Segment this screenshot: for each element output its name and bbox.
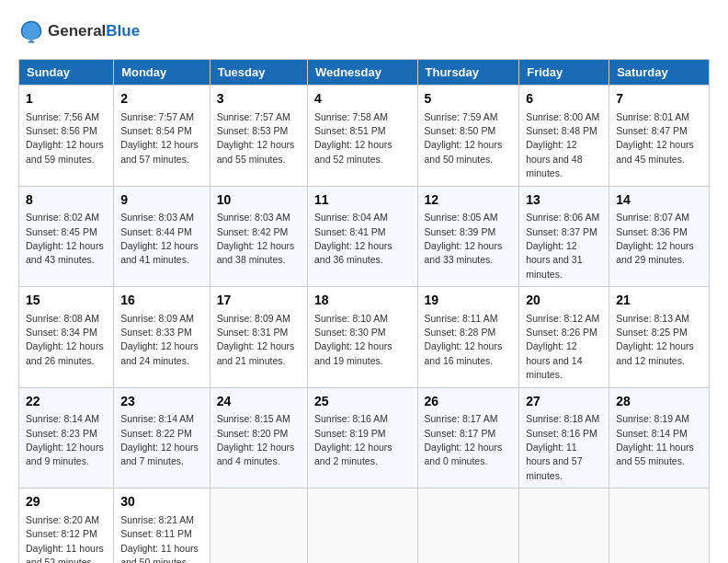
- day-sunrise: Sunrise: 8:19 AM: [616, 413, 689, 424]
- day-daylight: Daylight: 12 hours and 33 minutes.: [425, 240, 503, 265]
- day-sunset: Sunset: 8:37 PM: [526, 226, 597, 237]
- day-sunset: Sunset: 8:25 PM: [616, 327, 688, 338]
- day-sunrise: Sunrise: 7:56 AM: [26, 111, 99, 122]
- calendar-day-cell: 14 Sunrise: 8:07 AM Sunset: 8:36 PM Dayl…: [609, 186, 710, 287]
- day-daylight: Daylight: 12 hours and 19 minutes.: [314, 340, 392, 365]
- day-number: 2: [120, 90, 203, 109]
- day-daylight: Daylight: 12 hours and 43 minutes.: [26, 240, 104, 265]
- day-number: 26: [425, 393, 513, 411]
- day-sunrise: Sunrise: 8:10 AM: [314, 313, 388, 324]
- day-sunrise: Sunrise: 8:04 AM: [314, 212, 388, 223]
- day-sunrise: Sunrise: 8:06 AM: [526, 212, 599, 223]
- calendar-day-cell: 2 Sunrise: 7:57 AM Sunset: 8:54 PM Dayli…: [114, 86, 210, 187]
- day-number: 14: [616, 191, 702, 210]
- day-daylight: Daylight: 12 hours and 48 minutes.: [526, 139, 582, 178]
- day-daylight: Daylight: 12 hours and 0 minutes.: [425, 442, 503, 466]
- calendar-day-cell: 23 Sunrise: 8:14 AM Sunset: 8:22 PM Dayl…: [114, 387, 210, 488]
- calendar-week-row: 15 Sunrise: 8:08 AM Sunset: 8:34 PM Dayl…: [19, 287, 710, 388]
- day-number: 30: [120, 493, 203, 511]
- day-number: 20: [526, 292, 602, 310]
- day-sunrise: Sunrise: 8:01 AM: [616, 111, 689, 122]
- calendar-day-cell: 26 Sunrise: 8:17 AM Sunset: 8:17 PM Dayl…: [417, 387, 519, 488]
- day-daylight: Daylight: 12 hours and 21 minutes.: [217, 340, 295, 365]
- day-header-monday: Monday: [114, 60, 210, 86]
- day-daylight: Daylight: 12 hours and 24 minutes.: [120, 340, 199, 365]
- calendar-header-row: SundayMondayTuesdayWednesdayThursdayFrid…: [19, 60, 710, 86]
- day-number: 11: [314, 191, 411, 210]
- day-daylight: Daylight: 12 hours and 36 minutes.: [314, 240, 392, 265]
- day-sunset: Sunset: 8:16 PM: [526, 428, 597, 439]
- day-sunset: Sunset: 8:12 PM: [26, 528, 97, 539]
- day-sunset: Sunset: 8:51 PM: [314, 125, 386, 136]
- day-sunrise: Sunrise: 7:57 AM: [120, 111, 194, 122]
- day-number: 1: [26, 90, 107, 109]
- day-daylight: Daylight: 12 hours and 12 minutes.: [616, 340, 694, 365]
- logo: GeneralBlue: [18, 18, 140, 44]
- calendar-day-cell: [307, 488, 417, 563]
- day-sunset: Sunset: 8:45 PM: [26, 226, 97, 237]
- day-sunrise: Sunrise: 8:16 AM: [314, 413, 388, 424]
- calendar-day-cell: 22 Sunrise: 8:14 AM Sunset: 8:23 PM Dayl…: [19, 387, 114, 488]
- calendar-week-row: 29 Sunrise: 8:20 AM Sunset: 8:12 PM Dayl…: [19, 488, 710, 563]
- day-sunset: Sunset: 8:17 PM: [425, 428, 496, 439]
- calendar-day-cell: 27 Sunrise: 8:18 AM Sunset: 8:16 PM Dayl…: [519, 387, 609, 488]
- day-header-sunday: Sunday: [19, 60, 114, 86]
- day-daylight: Daylight: 12 hours and 4 minutes.: [217, 442, 295, 466]
- day-header-friday: Friday: [519, 60, 609, 86]
- day-sunrise: Sunrise: 8:21 AM: [120, 514, 194, 525]
- day-number: 23: [120, 393, 203, 411]
- day-sunset: Sunset: 8:31 PM: [217, 327, 289, 338]
- calendar-day-cell: 4 Sunrise: 7:58 AM Sunset: 8:51 PM Dayli…: [307, 86, 417, 187]
- calendar-week-row: 1 Sunrise: 7:56 AM Sunset: 8:56 PM Dayli…: [19, 86, 710, 187]
- calendar-day-cell: 13 Sunrise: 8:06 AM Sunset: 8:37 PM Dayl…: [519, 186, 609, 287]
- calendar-table: SundayMondayTuesdayWednesdayThursdayFrid…: [18, 59, 710, 563]
- day-sunrise: Sunrise: 8:20 AM: [26, 514, 99, 525]
- calendar-day-cell: 10 Sunrise: 8:03 AM Sunset: 8:42 PM Dayl…: [210, 186, 307, 287]
- day-header-wednesday: Wednesday: [307, 60, 417, 86]
- day-number: 19: [425, 292, 513, 310]
- day-number: 5: [425, 90, 513, 109]
- day-sunset: Sunset: 8:28 PM: [425, 327, 496, 338]
- day-sunrise: Sunrise: 8:17 AM: [425, 413, 498, 424]
- day-sunset: Sunset: 8:44 PM: [120, 226, 192, 237]
- calendar-day-cell: 9 Sunrise: 8:03 AM Sunset: 8:44 PM Dayli…: [114, 186, 210, 287]
- day-sunrise: Sunrise: 8:14 AM: [26, 413, 99, 424]
- day-sunset: Sunset: 8:33 PM: [120, 327, 192, 338]
- calendar-day-cell: [519, 488, 609, 563]
- day-daylight: Daylight: 11 hours and 55 minutes.: [616, 442, 694, 466]
- calendar-day-cell: [417, 488, 519, 563]
- day-sunrise: Sunrise: 8:14 AM: [120, 413, 194, 424]
- calendar-day-cell: 3 Sunrise: 7:57 AM Sunset: 8:53 PM Dayli…: [210, 86, 307, 187]
- day-sunset: Sunset: 8:34 PM: [26, 327, 97, 338]
- day-header-tuesday: Tuesday: [210, 60, 307, 86]
- day-daylight: Daylight: 12 hours and 29 minutes.: [616, 240, 694, 265]
- day-daylight: Daylight: 12 hours and 45 minutes.: [616, 139, 694, 164]
- day-sunset: Sunset: 8:54 PM: [120, 125, 192, 136]
- day-number: 15: [26, 292, 107, 310]
- calendar-day-cell: 11 Sunrise: 8:04 AM Sunset: 8:41 PM Dayl…: [307, 186, 417, 287]
- day-sunset: Sunset: 8:23 PM: [26, 428, 97, 439]
- day-daylight: Daylight: 12 hours and 57 minutes.: [120, 139, 199, 164]
- calendar-day-cell: 18 Sunrise: 8:10 AM Sunset: 8:30 PM Dayl…: [307, 287, 417, 388]
- calendar-day-cell: 1 Sunrise: 7:56 AM Sunset: 8:56 PM Dayli…: [19, 86, 114, 187]
- day-sunset: Sunset: 8:20 PM: [217, 428, 289, 439]
- calendar-day-cell: 28 Sunrise: 8:19 AM Sunset: 8:14 PM Dayl…: [609, 387, 710, 488]
- calendar-week-row: 8 Sunrise: 8:02 AM Sunset: 8:45 PM Dayli…: [19, 186, 710, 287]
- day-daylight: Daylight: 12 hours and 41 minutes.: [120, 240, 199, 265]
- calendar-day-cell: 6 Sunrise: 8:00 AM Sunset: 8:48 PM Dayli…: [519, 86, 609, 187]
- day-sunset: Sunset: 8:50 PM: [425, 125, 496, 136]
- day-sunrise: Sunrise: 8:05 AM: [425, 212, 498, 223]
- day-sunrise: Sunrise: 8:13 AM: [616, 313, 689, 324]
- day-daylight: Daylight: 12 hours and 9 minutes.: [26, 442, 104, 466]
- day-number: 17: [217, 292, 301, 310]
- calendar-day-cell: 29 Sunrise: 8:20 AM Sunset: 8:12 PM Dayl…: [19, 488, 114, 563]
- day-number: 24: [217, 393, 301, 411]
- day-number: 8: [26, 191, 107, 210]
- day-daylight: Daylight: 12 hours and 26 minutes.: [26, 340, 104, 365]
- day-number: 13: [526, 191, 602, 210]
- day-daylight: Daylight: 12 hours and 55 minutes.: [217, 139, 295, 164]
- day-sunrise: Sunrise: 8:12 AM: [526, 313, 599, 324]
- day-header-thursday: Thursday: [417, 60, 519, 86]
- day-sunrise: Sunrise: 7:58 AM: [314, 111, 388, 122]
- day-sunset: Sunset: 8:26 PM: [526, 327, 597, 338]
